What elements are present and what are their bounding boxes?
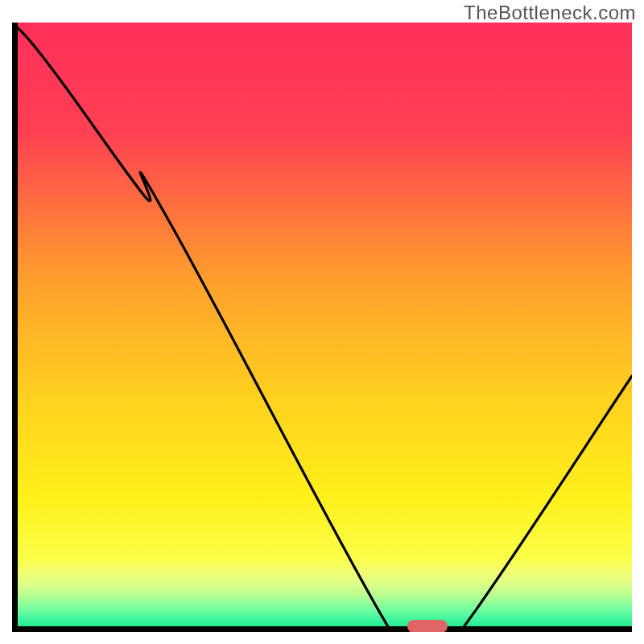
chart-container: TheBottleneck.com [0, 0, 644, 644]
svg-rect-0 [12, 23, 632, 632]
sweet-spot-marker [407, 620, 448, 632]
watermark-label: TheBottleneck.com [464, 2, 636, 24]
plot-area [12, 23, 632, 632]
gradient-background [12, 23, 632, 632]
